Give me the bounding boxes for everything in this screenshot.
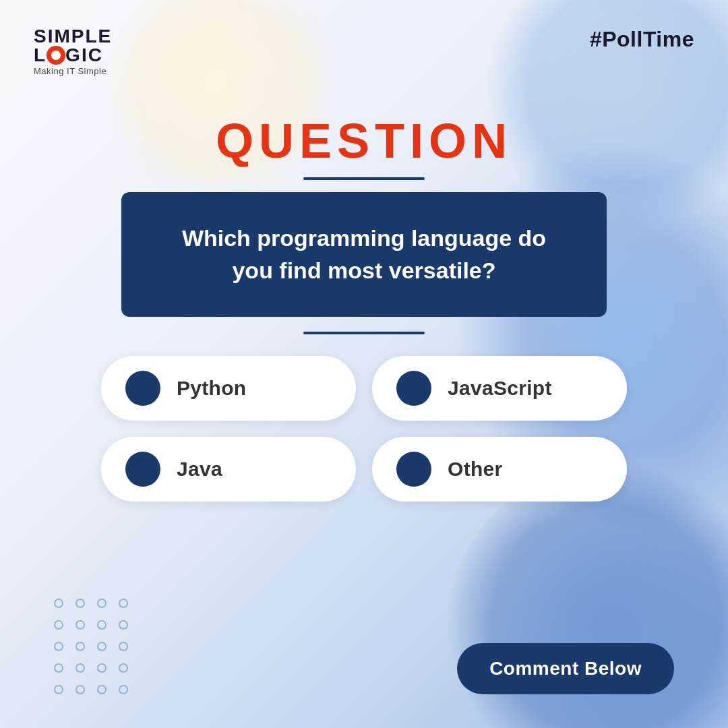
- dot-15: [97, 663, 107, 673]
- logo-gic: GIC: [65, 46, 103, 65]
- dot-2: [75, 599, 85, 608]
- logo-tagline: Making IT Simple: [34, 66, 107, 76]
- dot-6: [75, 620, 85, 630]
- comment-below-button[interactable]: Comment Below: [457, 643, 674, 694]
- dot-14: [75, 663, 85, 673]
- dot-19: [97, 685, 107, 694]
- dot-10: [75, 642, 85, 651]
- option-label-python: Python: [177, 377, 246, 400]
- header: SIMPLE L GIC Making IT Simple #PollTime: [0, 0, 728, 76]
- divider-bottom: [303, 332, 425, 334]
- option-label-java: Java: [177, 458, 222, 481]
- logo-o-icon: [47, 46, 65, 65]
- dot-5: [54, 620, 63, 630]
- option-dot-java: [125, 452, 160, 487]
- option-python[interactable]: Python: [101, 356, 356, 421]
- page-container: SIMPLE L GIC Making IT Simple #PollTime …: [0, 0, 728, 728]
- bottom-row: Comment Below: [0, 578, 728, 728]
- dot-1: [54, 599, 63, 608]
- logo-simple: SIMPLE: [34, 27, 112, 46]
- option-javascript[interactable]: JavaScript: [372, 356, 627, 421]
- dot-3: [97, 599, 107, 608]
- option-other[interactable]: Other: [372, 437, 627, 502]
- dot-8: [119, 620, 128, 630]
- option-java[interactable]: Java: [101, 437, 356, 502]
- section-label: QUESTION: [216, 117, 512, 165]
- options-grid: Python JavaScript Java Other: [101, 356, 627, 502]
- option-label-other: Other: [448, 458, 503, 481]
- dot-grid: [54, 599, 128, 694]
- option-label-javascript: JavaScript: [448, 377, 552, 400]
- dot-11: [97, 642, 107, 651]
- question-text: Which programming language do you find m…: [162, 222, 566, 286]
- option-dot-python: [125, 371, 160, 406]
- divider-top: [303, 177, 425, 180]
- hashtag-label: #PollTime: [590, 27, 694, 52]
- logo-l: L: [34, 46, 47, 65]
- dot-13: [54, 663, 63, 673]
- option-dot-javascript: [396, 371, 431, 406]
- dot-17: [54, 685, 63, 694]
- dot-16: [119, 663, 128, 673]
- dot-20: [119, 685, 128, 694]
- dot-9: [54, 642, 63, 651]
- dot-18: [75, 685, 85, 694]
- logo-logic: L GIC: [34, 46, 103, 65]
- dot-7: [97, 620, 107, 630]
- option-dot-other: [396, 452, 431, 487]
- logo: SIMPLE L GIC Making IT Simple: [34, 27, 112, 76]
- question-box: Which programming language do you find m…: [121, 192, 607, 317]
- dot-4: [119, 599, 128, 608]
- dot-12: [119, 642, 128, 651]
- main-content: QUESTION Which programming language do y…: [0, 117, 728, 502]
